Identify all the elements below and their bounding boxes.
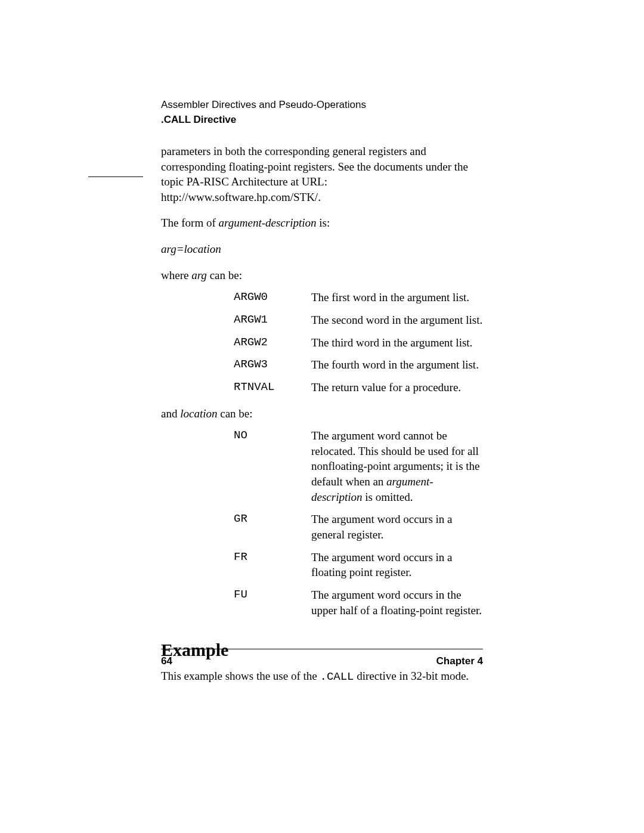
loc-code: FU <box>234 587 311 618</box>
page-footer: 64 Chapter 4 <box>161 655 483 668</box>
arg-code: ARGW1 <box>234 312 311 328</box>
section-heading: .CALL Directive <box>161 113 483 127</box>
arg-eq-location: arg=location <box>161 241 483 257</box>
example-para-b: directive in 32-bit mode. <box>354 670 469 682</box>
form-line-ital: argument-description <box>219 216 317 229</box>
and-ital: location <box>180 407 217 420</box>
where-line: where arg can be: <box>161 268 483 283</box>
table-row: NO The argument word cannot be relocated… <box>234 428 483 504</box>
and-post: can be: <box>217 407 252 420</box>
table-row: RTNVAL The return value for a procedure. <box>234 380 483 395</box>
arg-code: ARGW3 <box>234 357 311 373</box>
table-row: ARGW3 The fourth word in the argument li… <box>234 357 483 373</box>
loc-desc: The argument word occurs in a floating p… <box>311 550 483 580</box>
table-row: FR The argument word occurs in a floatin… <box>234 550 483 580</box>
loc-code: FR <box>234 550 311 580</box>
location-table: NO The argument word cannot be relocated… <box>234 428 483 618</box>
arg-table: ARGW0 The first word in the argument lis… <box>234 290 483 395</box>
page-content: Assembler Directives and Pseudo-Operatio… <box>161 98 483 685</box>
arg-desc: The second word in the argument list. <box>311 312 483 328</box>
example-paragraph: This example shows the use of the .CALL … <box>161 668 483 685</box>
loc-no-desc-b: is omitted. <box>363 491 413 503</box>
form-line-pre: The form of <box>161 216 219 229</box>
loc-desc: The argument word occurs in the upper ha… <box>311 587 483 618</box>
loc-desc: The argument word cannot be relocated. T… <box>311 428 483 504</box>
arg-code: ARGW0 <box>234 290 311 305</box>
where-pre: where <box>161 269 191 281</box>
loc-code: NO <box>234 428 311 504</box>
intro-paragraph: parameters in both the corresponding gen… <box>161 144 483 205</box>
table-row: ARGW0 The first word in the argument lis… <box>234 290 483 305</box>
and-pre: and <box>161 407 180 420</box>
table-row: FU The argument word occurs in the upper… <box>234 587 483 618</box>
arg-code: RTNVAL <box>234 380 311 395</box>
footer-rule <box>161 649 483 649</box>
section-rule <box>88 176 143 177</box>
page-number: 64 <box>161 655 172 668</box>
arg-desc: The first word in the argument list. <box>311 290 483 305</box>
loc-desc: The argument word occurs in a general re… <box>311 512 483 542</box>
chapter-heading: Assembler Directives and Pseudo-Operatio… <box>161 98 483 112</box>
arg-desc: The third word in the argument list. <box>311 335 483 351</box>
and-line: and location can be: <box>161 406 483 422</box>
arg-code: ARGW2 <box>234 335 311 351</box>
arg-desc: The return value for a procedure. <box>311 380 483 395</box>
table-row: ARGW2 The third word in the argument lis… <box>234 335 483 351</box>
form-line-post: is: <box>317 216 330 229</box>
example-para-a: This example shows the use of the <box>161 670 320 682</box>
arg-desc: The fourth word in the argument list. <box>311 357 483 373</box>
form-line: The form of argument-description is: <box>161 215 483 231</box>
chapter-label: Chapter 4 <box>436 655 483 668</box>
where-ital: arg <box>191 269 207 281</box>
table-row: GR The argument word occurs in a general… <box>234 512 483 542</box>
table-row: ARGW1 The second word in the argument li… <box>234 312 483 328</box>
where-post: can be: <box>207 269 242 281</box>
example-code: .CALL <box>320 670 354 683</box>
loc-code: GR <box>234 512 311 542</box>
